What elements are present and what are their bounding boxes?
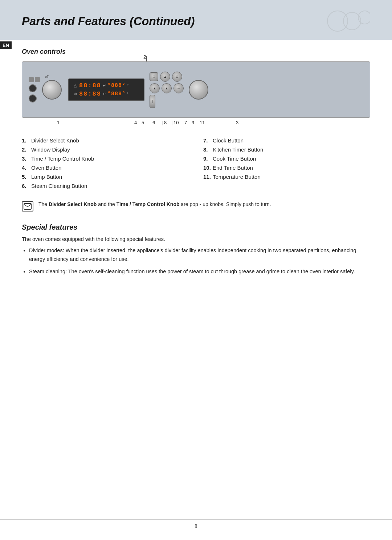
parts-col-1: 1. Divider Select Knob 2. Window Display… xyxy=(22,136,189,190)
part-label-6: Steam Cleaning Button xyxy=(31,183,87,189)
circle-icon-1 xyxy=(29,84,37,92)
cook-time-button[interactable]: → xyxy=(173,83,184,93)
buttons-area: □ ▲ ⊙ ▲ ▲ → | xyxy=(150,72,184,108)
part-label-5: Lamp Button xyxy=(31,174,62,180)
display-icon-2: ⊕ xyxy=(73,92,78,96)
time-temp-control-knob[interactable] xyxy=(189,80,208,100)
num-5: 5 xyxy=(142,120,144,125)
bullet-item-2: Steam cleaning: The oven's self-cleaning… xyxy=(29,267,370,276)
kitchen-timer-button[interactable]: ▲ xyxy=(162,83,172,93)
left-icons xyxy=(29,77,40,102)
svg-point-0 xyxy=(327,11,348,31)
display-row-1: △ 88:88 ↵ °888° ° xyxy=(73,82,140,89)
display-time-1: 88:88 xyxy=(79,82,101,89)
header-decoration xyxy=(327,10,370,32)
note-bold-1: Divider Select Knob xyxy=(49,201,97,207)
svg-point-1 xyxy=(343,12,361,30)
oven-diagram: △ 88:88 ↵ °888° ° ⊕ 88:88 ↵ °888° ° □ ▲ … xyxy=(22,61,370,118)
icon-block-bot xyxy=(29,94,40,102)
part-num-8: 8. xyxy=(203,146,213,153)
part-num-7: 7. xyxy=(203,137,213,144)
special-features-list: Divider modes: When the divider inserted… xyxy=(29,246,370,276)
part-item-1: 1. Divider Select Knob xyxy=(22,136,189,145)
btn-row-mid: ▲ ▲ → xyxy=(150,83,184,93)
part-num-1: 1. xyxy=(22,137,31,144)
num-1: 1 xyxy=(57,120,60,125)
part-num-4: 4. xyxy=(22,165,31,171)
display-icon-1: △ xyxy=(73,83,78,88)
part-num-10: 10. xyxy=(203,165,213,171)
display-unit-1: ° xyxy=(127,84,128,88)
part-item-11: 11. Temperature Button xyxy=(203,172,370,181)
part-item-9: 9. Cook Time Button xyxy=(203,154,370,163)
part-item-5: 5. Lamp Button xyxy=(22,172,189,181)
num-7: | xyxy=(162,120,163,125)
part-num-2: 2. xyxy=(22,146,31,153)
oven-controls-heading: Oven controls xyxy=(22,48,392,56)
display-temp-2: °888° xyxy=(107,91,126,97)
num-11: 11 xyxy=(200,120,205,125)
part-label-10: End Time Button xyxy=(213,165,253,171)
clock-button[interactable]: ▲ xyxy=(150,83,160,93)
btn-row-top: □ ▲ ⊙ xyxy=(150,72,184,82)
language-badge: EN xyxy=(0,41,12,49)
display-time-2: 88:88 xyxy=(79,90,101,97)
part-label-9: Cook Time Button xyxy=(213,156,256,162)
divider-select-knob[interactable] xyxy=(42,80,62,100)
btn-row-bot: | xyxy=(150,95,184,108)
part-item-4: 4. Oven Button xyxy=(22,163,189,172)
note-text: The Divider Select Knob and the Time / T… xyxy=(38,201,271,208)
oven-diagram-wrapper: 2 △ 88:88 ↵ °888° ° xyxy=(22,61,370,129)
display-temp-1: °888° xyxy=(107,82,126,89)
part-label-3: Time / Temp Control Knob xyxy=(31,156,94,162)
page-footer: 8 xyxy=(0,519,392,529)
page-number: 8 xyxy=(195,523,197,529)
num-3: 3 xyxy=(236,120,238,125)
oven-button[interactable]: □ xyxy=(150,72,158,81)
num-6: 6 xyxy=(152,120,155,125)
special-features-intro: The oven comes equipped with the followi… xyxy=(22,235,370,243)
page-title: Parts and Features (Continued) xyxy=(22,15,195,28)
page-header: Parts and Features (Continued) xyxy=(0,0,392,40)
part-num-5: 5. xyxy=(22,174,31,180)
steam-cleaning-button[interactable]: ⊙ xyxy=(172,72,182,82)
parts-list: 1. Divider Select Knob 2. Window Display… xyxy=(22,136,370,190)
part-num-6: 6. xyxy=(22,183,31,189)
lamp-button[interactable]: ▲ xyxy=(160,72,170,82)
note-icon xyxy=(22,201,33,211)
end-time-button[interactable]: | xyxy=(150,95,155,108)
part-label-2: Window Display xyxy=(31,146,70,153)
bullet-item-1: Divider modes: When the divider inserted… xyxy=(29,246,370,264)
part-item-2: 2. Window Display xyxy=(22,145,189,154)
label-2-above: 2 xyxy=(143,54,146,60)
part-label-8: Kitchen Timer Button xyxy=(213,146,263,153)
num-7-label: 7 xyxy=(184,120,187,125)
num-9-label: 9 xyxy=(192,120,194,125)
part-item-7: 7. Clock Button xyxy=(203,136,370,145)
circle-icon-2 xyxy=(29,94,37,102)
square-icon-1 xyxy=(29,77,34,82)
part-label-1: Divider Select Knob xyxy=(31,137,79,144)
note-box: The Divider Select Knob and the Time / T… xyxy=(22,201,370,211)
part-num-9: 9. xyxy=(203,156,213,162)
display-unit-2: ° xyxy=(127,92,128,96)
square-icon-2 xyxy=(35,77,40,82)
icon-block-mid xyxy=(29,84,40,92)
num-9: | xyxy=(171,120,172,125)
part-label-11: Temperature Button xyxy=(213,174,261,180)
display-arrow-2: ↵ xyxy=(103,92,106,96)
icon-block-top xyxy=(29,77,40,82)
display-row-2: ⊕ 88:88 ↵ °888° ° xyxy=(73,90,140,97)
num-4: 4 xyxy=(134,120,137,125)
number-labels: 1 4 5 6 | 8 | 10 7 9 11 3 xyxy=(22,120,370,129)
special-features-heading: Special features xyxy=(22,223,370,231)
part-num-11: 11. xyxy=(203,174,213,180)
part-label-7: Clock Button xyxy=(213,137,244,144)
part-label-4: Oven Button xyxy=(31,165,61,171)
window-display: △ 88:88 ↵ °888° ° ⊕ 88:88 ↵ °888° ° xyxy=(68,78,144,101)
num-10: 10 xyxy=(173,120,179,125)
part-item-10: 10. End Time Button xyxy=(203,163,370,172)
part-item-8: 8. Kitchen Timer Button xyxy=(203,145,370,154)
svg-rect-3 xyxy=(24,203,31,209)
part-item-6: 6. Steam Cleaning Button xyxy=(22,181,189,190)
